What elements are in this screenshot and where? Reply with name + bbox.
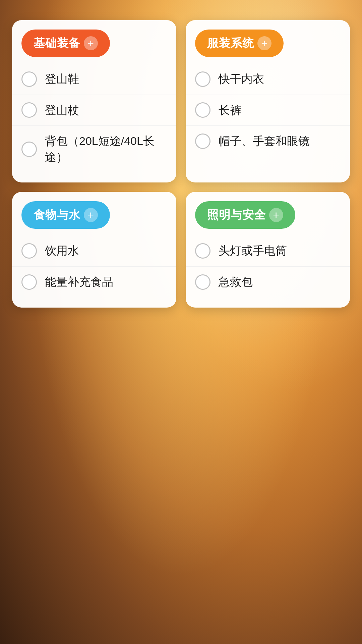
item-list-clothing-system: 快干内衣长裤帽子、手套和眼镜 <box>186 64 350 157</box>
list-item[interactable]: 快干内衣 <box>186 64 350 95</box>
card-food-water: 食物与水+饮用水能量补充食品 <box>12 192 176 307</box>
item-label-first-aid-kit: 急救包 <box>219 274 253 290</box>
item-label-hat-gloves-glasses: 帽子、手套和眼镜 <box>219 133 310 149</box>
item-label-headlamp-flashlight: 头灯或手电筒 <box>219 243 287 259</box>
radio-energy-food[interactable] <box>21 274 37 290</box>
card-basic-gear: 基础装备+登山鞋登山杖背包（20L短途/40L长途） <box>12 20 176 182</box>
category-btn-basic-gear[interactable]: 基础装备+ <box>21 30 110 57</box>
category-label-food-water: 食物与水 <box>34 207 80 223</box>
list-item[interactable]: 登山杖 <box>12 95 176 126</box>
list-item[interactable]: 急救包 <box>186 266 350 298</box>
item-label-drinking-water: 饮用水 <box>45 243 79 259</box>
radio-long-pants[interactable] <box>195 102 210 118</box>
category-btn-clothing-system[interactable]: 服装系统+ <box>195 30 284 57</box>
list-item[interactable]: 头灯或手电筒 <box>186 235 350 266</box>
radio-quick-dry-underwear[interactable] <box>195 71 210 87</box>
category-label-clothing-system: 服装系统 <box>207 36 254 51</box>
category-btn-lighting-safety[interactable]: 照明与安全+ <box>195 201 295 229</box>
radio-headlamp-flashlight[interactable] <box>195 243 210 259</box>
add-icon-lighting-safety[interactable]: + <box>269 208 283 222</box>
category-label-basic-gear: 基础装备 <box>34 36 80 51</box>
radio-drinking-water[interactable] <box>21 243 37 259</box>
item-list-basic-gear: 登山鞋登山杖背包（20L短途/40L长途） <box>12 64 176 172</box>
radio-backpack[interactable] <box>21 142 37 157</box>
category-grid: 基础装备+登山鞋登山杖背包（20L短途/40L长途）服装系统+快干内衣长裤帽子、… <box>0 0 362 328</box>
card-clothing-system: 服装系统+快干内衣长裤帽子、手套和眼镜 <box>186 20 350 182</box>
item-label-hiking-poles: 登山杖 <box>45 102 79 118</box>
add-icon-clothing-system[interactable]: + <box>257 36 272 50</box>
item-list-lighting-safety: 头灯或手电筒急救包 <box>186 235 350 297</box>
item-label-long-pants: 长裤 <box>219 102 241 118</box>
list-item[interactable]: 能量补充食品 <box>12 266 176 298</box>
add-icon-basic-gear[interactable]: + <box>84 36 98 50</box>
radio-first-aid-kit[interactable] <box>195 274 210 290</box>
item-label-quick-dry-underwear: 快干内衣 <box>219 71 264 87</box>
category-btn-food-water[interactable]: 食物与水+ <box>21 201 110 229</box>
card-lighting-safety: 照明与安全+头灯或手电筒急救包 <box>186 192 350 307</box>
radio-hiking-shoes[interactable] <box>21 71 37 87</box>
list-item[interactable]: 背包（20L短途/40L长途） <box>12 125 176 172</box>
list-item[interactable]: 长裤 <box>186 95 350 126</box>
item-label-hiking-shoes: 登山鞋 <box>45 71 79 87</box>
list-item[interactable]: 登山鞋 <box>12 64 176 95</box>
list-item[interactable]: 帽子、手套和眼镜 <box>186 125 350 157</box>
item-label-energy-food: 能量补充食品 <box>45 274 113 290</box>
radio-hat-gloves-glasses[interactable] <box>195 133 210 149</box>
category-label-lighting-safety: 照明与安全 <box>207 207 266 223</box>
radio-hiking-poles[interactable] <box>21 102 37 118</box>
list-item[interactable]: 饮用水 <box>12 235 176 266</box>
item-list-food-water: 饮用水能量补充食品 <box>12 235 176 297</box>
add-icon-food-water[interactable]: + <box>84 208 98 222</box>
item-label-backpack: 背包（20L短途/40L长途） <box>45 133 167 165</box>
